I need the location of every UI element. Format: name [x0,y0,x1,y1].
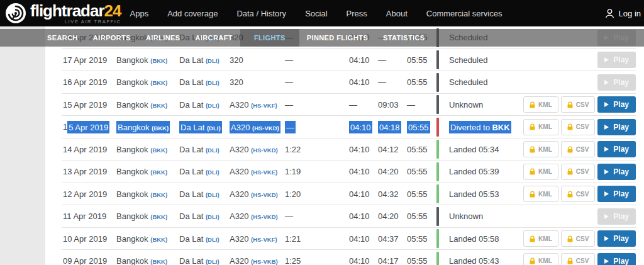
kml-button[interactable]: KML [523,230,558,247]
destination-code-link[interactable]: (DLI) [206,147,219,154]
destination-code-link[interactable]: (DLI) [206,213,219,220]
table-row: 15 Apr 2019Bangkok (BKK)Da Lat (DLI)A320… [45,94,644,116]
kml-button[interactable]: KML [523,96,558,113]
subnav-item-statistics[interactable]: STATISTICS [375,29,433,47]
login-button[interactable]: Log in [604,0,641,26]
flightradar24-logo[interactable]: flightradar24 LIVE AIR TRAFFIC [5,3,121,25]
subnav-item-aircraft[interactable]: AIRCRAFT [187,29,240,47]
scheduled-departure: 04:10 [349,122,378,132]
play-button[interactable]: Play [597,119,636,135]
kml-button[interactable]: KML [523,164,558,180]
csv-button[interactable]: CSV [561,230,596,247]
subnav-item-pinned-flights[interactable]: PINNED FLIGHTS [299,29,375,47]
origin-code-link[interactable]: (BKK) [152,124,169,131]
destination-code-link[interactable]: (DLI) [206,57,219,64]
destination-code-link[interactable]: (DLI) [206,191,219,198]
aircraft-wrap: 320 [230,55,243,65]
aircraft-registration-link[interactable]: (HS-VKF) [251,236,277,243]
aircraft-registration-link[interactable]: (HS-VKE) [251,169,277,176]
nav-item-data-history[interactable]: Data / History [236,9,286,18]
destination-airport: Da Lat (DLI) [179,145,230,154]
csv-button[interactable]: CSV [561,186,596,202]
csv-button-label: CSV [576,101,589,108]
play-button-label: Play [613,145,629,154]
subnav-item-search[interactable]: SEARCH [40,29,86,47]
origin-code-link[interactable]: (BKK) [150,236,167,243]
aircraft-registration-link[interactable]: (HS-VKB) [251,258,278,265]
play-button[interactable]: Play [597,253,636,265]
destination-wrap: Da Lat (DLI) [179,100,219,110]
table-row: 17 Apr 2019Bangkok (BKK)Da Lat (DLI)320—… [45,49,644,72]
csv-button[interactable]: CSV [561,96,596,113]
aircraft-registration-link[interactable]: (HS-VKF) [251,102,277,109]
kml-button[interactable]: KML [523,141,558,157]
subnav-item-airlines[interactable]: AIRLINES [138,29,188,47]
csv-button[interactable]: CSV [561,253,596,265]
play-button[interactable]: Play [597,230,636,247]
aircraft-type: 320 [230,77,243,87]
actual-departure-value: 04:18 [378,121,401,133]
origin-city: Bangkok [116,189,148,199]
origin-wrap: Bangkok (BKK) [116,234,167,244]
origin-code-link[interactable]: (BKK) [150,191,167,198]
play-button[interactable]: Play [597,141,636,157]
origin-code-link[interactable]: (BKK) [150,57,167,64]
scheduled-departure-value: 04:10 [349,167,370,176]
nav-item-add-coverage[interactable]: Add coverage [167,9,218,18]
kml-button[interactable]: KML [523,119,558,135]
play-button[interactable]: Play [597,96,636,113]
origin-code-link[interactable]: (BKK) [150,169,167,176]
status-wrap: Unknown [449,100,483,110]
lock-icon [530,123,535,130]
flight-status: Unknown [449,211,597,221]
play-button-label: Play [613,55,629,64]
origin-code-link[interactable]: (BKK) [150,213,167,220]
subnav-item-airports[interactable]: AIRPORTS [86,29,138,47]
kml-button[interactable]: KML [523,186,558,202]
origin-code-link[interactable]: (BKK) [150,79,167,86]
play-button[interactable]: Play [597,164,636,180]
destination-code-link[interactable]: (DLI) [206,258,219,265]
nav-item-press[interactable]: Press [347,9,367,18]
aircraft-registration-link[interactable]: (HS-VKD) [251,213,278,220]
nav-item-social[interactable]: Social [305,9,327,18]
destination-code-link[interactable]: (DLI) [206,169,219,176]
play-button-label: Play [613,100,629,109]
scheduled-departure: 04:10 [349,77,378,87]
destination-wrap: Da Lat (DLI) [179,234,219,244]
aircraft-registration-link[interactable]: (HS-VKD) [251,191,278,198]
subnav-item-flights[interactable]: FLIGHTS [240,29,299,47]
nav-item-about[interactable]: About [386,9,408,18]
play-button[interactable]: Play [597,186,636,202]
aircraft-wrap: 320 [230,77,243,87]
scheduled-arrival-value: 05:55 [407,211,428,221]
flight-time: — [285,211,315,221]
nav-item-commercial-services[interactable]: Commercial services [426,9,502,18]
destination-code-link[interactable]: (DLI) [206,102,219,109]
kml-button[interactable]: KML [523,253,558,265]
csv-button[interactable]: CSV [561,164,596,180]
play-triangle-icon [604,191,609,196]
scheduled-departure-value: 04:10 [349,256,370,265]
lock-icon [530,146,535,153]
status-wrap: Scheduled [449,55,487,65]
aircraft-registration-link[interactable]: (HS-VKD) [252,124,279,131]
destination-wrap: Da Lat (DLI) [179,77,219,87]
aircraft-wrap: A320 (HS-VKD) [230,189,278,199]
flight-date: 09 Apr 2019 [63,256,116,265]
csv-button[interactable]: CSV [561,141,596,157]
destination-code-link[interactable]: (DLI) [206,236,219,243]
csv-button[interactable]: CSV [561,119,596,135]
scheduled-arrival: 05:55 [407,234,436,244]
destination-code-link[interactable]: (DLI) [207,124,221,131]
origin-code-link[interactable]: (BKK) [150,258,167,265]
origin-code-link[interactable]: (BKK) [150,102,167,109]
flight-status: Landed 05:34 [449,145,523,154]
nav-item-apps[interactable]: Apps [130,9,149,18]
destination-city: Da Lat [179,189,203,199]
origin-city: Bangkok [118,122,150,132]
status-indicator-bar [436,252,439,265]
aircraft-registration-link[interactable]: (HS-VKD) [251,147,278,154]
origin-code-link[interactable]: (BKK) [150,147,167,154]
destination-code-link[interactable]: (DLI) [206,79,219,86]
